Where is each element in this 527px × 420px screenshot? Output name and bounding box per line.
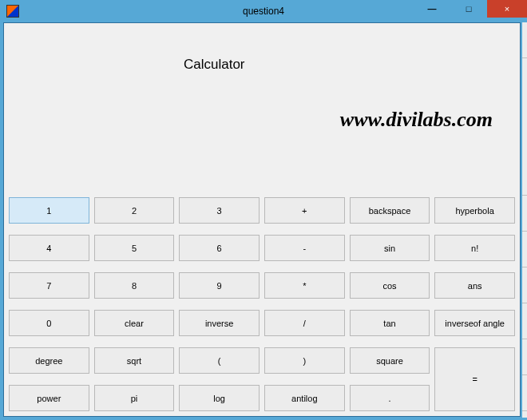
- btn-2[interactable]: 2: [94, 197, 175, 224]
- btn-ans[interactable]: ans: [434, 272, 515, 299]
- close-button[interactable]: ×: [487, 0, 527, 18]
- btn-power[interactable]: power: [9, 385, 89, 411]
- strip-segment: [522, 22, 527, 58]
- btn-tan[interactable]: tan: [350, 310, 430, 336]
- btn-factorial[interactable]: n!: [434, 235, 515, 261]
- maximize-button[interactable]: □: [450, 0, 487, 18]
- btn-8[interactable]: 8: [94, 272, 175, 299]
- titlebar: question4 — □ ×: [0, 0, 527, 22]
- btn-log[interactable]: log: [179, 385, 260, 411]
- window-controls: — □ ×: [414, 0, 527, 18]
- btn-antilog[interactable]: antilog: [264, 385, 345, 411]
- strip-segment: [522, 58, 527, 196]
- btn-hyperbola[interactable]: hyperbola: [434, 197, 515, 224]
- strip-segment: [522, 375, 527, 411]
- btn-4[interactable]: 4: [9, 235, 89, 261]
- strip-segment: [522, 267, 527, 303]
- btn-degree[interactable]: degree: [9, 347, 89, 374]
- button-grid: 1 2 3 + backspace hyperbola 4 5 6 - sin …: [9, 197, 515, 411]
- minimize-button[interactable]: —: [414, 0, 450, 18]
- btn-backspace[interactable]: backspace: [350, 197, 430, 224]
- app-icon: [6, 5, 19, 18]
- btn-sqrt[interactable]: sqrt: [94, 347, 175, 374]
- btn-inverse[interactable]: inverse: [179, 310, 260, 336]
- btn-minus[interactable]: -: [264, 235, 345, 261]
- strip-segment: [522, 339, 527, 375]
- btn-close-paren[interactable]: ): [264, 347, 345, 374]
- btn-inverseof-angle[interactable]: inverseof angle: [434, 310, 515, 336]
- btn-open-paren[interactable]: (: [179, 347, 260, 374]
- btn-1[interactable]: 1: [9, 197, 89, 224]
- page-title: Calculator: [184, 57, 245, 73]
- btn-7[interactable]: 7: [9, 272, 89, 299]
- strip-segment: [522, 196, 527, 232]
- btn-5[interactable]: 5: [94, 235, 175, 261]
- btn-plus[interactable]: +: [264, 197, 345, 224]
- btn-sin[interactable]: sin: [350, 235, 430, 261]
- watermark-text: www.divilabs.com: [340, 108, 493, 132]
- btn-cos[interactable]: cos: [350, 272, 430, 299]
- btn-6[interactable]: 6: [179, 235, 260, 261]
- background-strip: [522, 22, 527, 418]
- btn-divide[interactable]: /: [264, 310, 345, 336]
- btn-3[interactable]: 3: [179, 197, 260, 224]
- btn-decimal[interactable]: .: [350, 385, 430, 411]
- btn-clear[interactable]: clear: [94, 310, 175, 336]
- btn-pi[interactable]: pi: [94, 385, 175, 411]
- btn-equals[interactable]: =: [434, 347, 515, 411]
- app-canvas: Calculator www.divilabs.com 1 2 3 + back…: [3, 22, 521, 417]
- btn-multiply[interactable]: *: [264, 272, 345, 299]
- btn-9[interactable]: 9: [179, 272, 260, 299]
- btn-square[interactable]: square: [350, 347, 430, 374]
- btn-0[interactable]: 0: [9, 310, 89, 336]
- strip-segment: [522, 232, 527, 267]
- strip-segment: [522, 303, 527, 339]
